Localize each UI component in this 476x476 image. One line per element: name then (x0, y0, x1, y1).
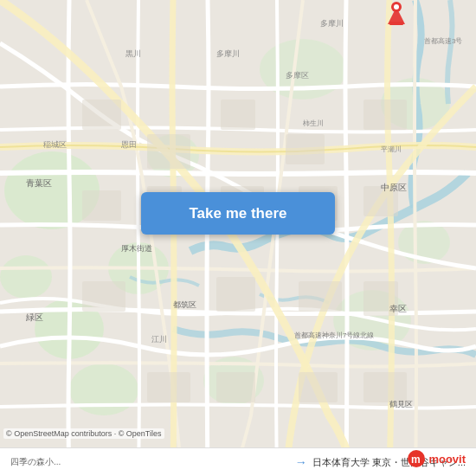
svg-rect-27 (216, 372, 255, 402)
svg-text:m: m (411, 453, 421, 466)
moovit-logo: m moovit (408, 450, 466, 467)
map-svg: 青葉区 厚木街道 緑区 多摩区 中原区 幸区 都筑区 首都高速神奈川7号線北線 … (0, 0, 476, 476)
svg-text:多摩区: 多摩区 (286, 71, 309, 80)
svg-point-4 (0, 255, 52, 299)
take-me-there-button[interactable]: Take me there (141, 192, 335, 235)
svg-rect-13 (147, 134, 190, 169)
from-label: 四季の森小... (10, 456, 290, 468)
bottom-bar: 四季の森小... → 日本体育大学 東京・世田谷キャン... m moovit (0, 447, 476, 476)
svg-text:稲城区: 稲城区 (43, 140, 67, 149)
svg-text:中原区: 中原区 (381, 183, 407, 192)
svg-text:都筑区: 都筑区 (173, 300, 196, 309)
svg-point-52 (394, 4, 399, 10)
moovit-logo-icon: m (408, 450, 425, 467)
svg-text:緑区: 緑区 (25, 312, 43, 322)
svg-text:首都高速3号: 首都高速3号 (424, 37, 462, 45)
svg-text:鶴見区: 鶴見区 (389, 400, 413, 408)
svg-point-10 (69, 363, 138, 415)
svg-text:平瀬川: 平瀬川 (381, 145, 402, 153)
svg-rect-12 (82, 100, 121, 130)
map-attribution: © OpenStreetMap contributors · © OpenTil… (3, 428, 164, 439)
svg-text:江川: 江川 (151, 335, 167, 344)
svg-text:黒川: 黒川 (125, 49, 141, 58)
svg-text:恩田: 恩田 (120, 140, 137, 149)
svg-text:多摩川: 多摩川 (216, 49, 240, 58)
svg-rect-26 (147, 372, 190, 402)
svg-text:柿生川: 柿生川 (303, 119, 324, 127)
svg-rect-23 (216, 277, 255, 312)
map-container: 青葉区 厚木街道 緑区 多摩区 中原区 幸区 都筑区 首都高速神奈川7号線北線 … (0, 0, 476, 476)
arrow-icon: → (295, 455, 307, 469)
svg-text:首都高速神奈川7号線北線: 首都高速神奈川7号線北線 (294, 331, 374, 339)
svg-rect-16 (363, 100, 407, 130)
svg-rect-14 (221, 100, 255, 130)
svg-rect-22 (82, 281, 125, 312)
svg-rect-24 (299, 281, 342, 312)
svg-text:厚木街道: 厚木街道 (121, 244, 152, 253)
svg-text:多摩川: 多摩川 (320, 19, 344, 28)
svg-text:青葉区: 青葉区 (26, 178, 52, 188)
svg-rect-50 (389, 22, 403, 25)
svg-text:幸区: 幸区 (389, 304, 407, 313)
svg-rect-15 (286, 134, 325, 164)
svg-rect-17 (82, 190, 121, 221)
svg-rect-28 (299, 372, 338, 402)
attribution-text: © OpenStreetMap contributors · © OpenTil… (6, 429, 162, 438)
moovit-brand-text: moovit (428, 453, 466, 466)
svg-rect-29 (363, 372, 407, 402)
